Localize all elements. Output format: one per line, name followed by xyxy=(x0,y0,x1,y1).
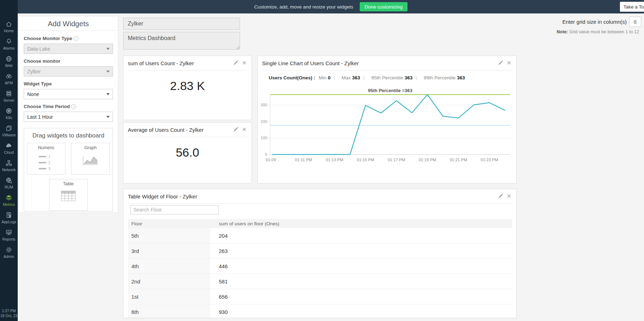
svg-text:01:17 PM: 01:17 PM xyxy=(388,158,405,162)
dashboard-description-input[interactable]: Metrics Dashboard xyxy=(123,32,240,50)
sidebar-item-cloud[interactable]: Cloud xyxy=(0,139,18,157)
sidebar-item-metrics[interactable]: Metrics xyxy=(0,191,18,209)
apm-icon xyxy=(5,73,12,80)
widget-type-label: Widget Type xyxy=(24,81,113,86)
close-icon[interactable]: × xyxy=(242,126,246,132)
table-row: 2nd581 xyxy=(128,274,512,289)
sidebar-item-applogs[interactable]: AppLogs xyxy=(0,209,18,226)
stat-label: Max xyxy=(342,75,351,80)
sidebar-item-server[interactable]: Server xyxy=(0,87,18,105)
average-widget: Average of Users Count - Zylker × 56.0 xyxy=(123,122,252,184)
sidebar-item-home[interactable]: Home xyxy=(0,18,18,35)
grid-size-control: Enter grid size in column(s) xyxy=(562,17,641,27)
sidebar-item-admin[interactable]: Admin xyxy=(0,243,18,261)
admin-icon xyxy=(5,246,12,253)
svg-text:01:19 PM: 01:19 PM xyxy=(419,158,436,162)
sidebar-item-label: Home xyxy=(0,29,18,33)
monitor-type-select[interactable]: Data-Lake xyxy=(24,44,113,54)
table-row: 5th204 xyxy=(128,228,512,243)
sidebar-item-reports[interactable]: Reports xyxy=(0,226,18,243)
close-icon[interactable]: × xyxy=(507,193,511,199)
grid-size-input[interactable] xyxy=(629,17,641,27)
svg-text:01:15 PM: 01:15 PM xyxy=(357,158,374,162)
server-icon xyxy=(5,90,12,97)
stat-label: Min xyxy=(319,75,326,80)
line-chart: 010020030095th Percentile =36301:09 ..01… xyxy=(258,86,517,184)
sidebar-item-label: AppLogs xyxy=(0,220,18,224)
cell-floor: 5th xyxy=(128,228,210,243)
k8s-icon xyxy=(5,107,12,114)
column-header-floor[interactable]: Floor xyxy=(128,221,210,226)
edit-icon[interactable] xyxy=(498,60,503,66)
sidebar-item-label: Metrics xyxy=(0,202,18,207)
monitor-select[interactable]: Zylker xyxy=(24,66,113,77)
table-row: 3rd263 xyxy=(128,243,512,259)
monitor-value: Zylker xyxy=(27,69,41,74)
close-icon[interactable]: × xyxy=(242,60,246,66)
stat-value: 363 xyxy=(457,75,465,80)
network-icon xyxy=(5,159,12,167)
take-a-tour-button[interactable]: Take a Tour xyxy=(620,2,644,12)
cell-sum: 930 xyxy=(210,304,228,318)
sidebar-item-web[interactable]: Web xyxy=(0,52,18,70)
edit-icon[interactable] xyxy=(233,126,239,132)
monitor-type-value: Data-Lake xyxy=(27,46,50,52)
svg-text:200: 200 xyxy=(261,119,267,124)
grid-size-label: Enter grid size in column(s) xyxy=(562,19,627,25)
sidebar-item-alarms[interactable]: Alarms xyxy=(0,35,18,52)
sidebar-item-network[interactable]: Network xyxy=(0,157,18,174)
vmware-icon xyxy=(5,125,12,132)
sidebar-item-k8s[interactable]: K8s xyxy=(0,105,18,122)
time-period-label: Choose Time Periodi xyxy=(24,104,113,109)
numeric-widget-card[interactable]: Numeric 1 2 3 xyxy=(27,143,65,175)
time-period-select[interactable]: Last 1 Hour xyxy=(24,112,113,122)
table-widget-card[interactable]: Table xyxy=(49,179,88,211)
average-widget-title: Average of Users Count - Zylker xyxy=(128,127,204,133)
column-header-sum[interactable]: sum of users on floor (Ones) xyxy=(210,221,279,226)
sidebar-item-apm[interactable]: APM xyxy=(0,70,18,87)
widget-type-value: None xyxy=(27,91,39,97)
reports-icon xyxy=(5,229,12,236)
dashboard-name-input[interactable] xyxy=(123,18,240,30)
stat-separator: | xyxy=(334,75,335,80)
svg-text:0: 0 xyxy=(265,152,267,157)
caret-down-icon xyxy=(106,48,110,50)
sidebar-item-rum[interactable]: RUM xyxy=(0,174,18,191)
cell-sum: 656 xyxy=(210,289,228,304)
table-row: 4th446 xyxy=(128,259,512,274)
widget-type-select[interactable]: None xyxy=(24,89,113,99)
series-label: Users Count(Ones) : xyxy=(269,75,315,80)
chart-stats: Users Count(Ones) :Min0|Max363|95th Perc… xyxy=(269,75,512,80)
monitor-type-label: Choose Monitor Typei xyxy=(24,36,113,41)
card-label-table: Table xyxy=(50,181,87,186)
clock: 1:27 PM 18 Oct, 23 xyxy=(0,308,18,318)
done-customizing-button[interactable]: Done customizing xyxy=(360,2,408,11)
sidebar-item-label: Web xyxy=(0,63,18,68)
cell-floor: 4th xyxy=(128,259,210,274)
edit-icon[interactable] xyxy=(233,60,239,66)
stat-label: 95th Percentile xyxy=(371,75,403,80)
web-icon xyxy=(5,55,12,62)
drag-box-title: Drag widgets to dashboard xyxy=(24,132,113,139)
sidebar: HomeAlarmsWebAPMServerK8sVMwareCloudNetw… xyxy=(0,0,18,321)
info-icon[interactable]: i xyxy=(74,36,79,41)
alarms-icon xyxy=(5,38,12,45)
stat-separator: | xyxy=(363,75,365,80)
sidebar-item-label: VMware xyxy=(0,133,18,137)
svg-text:01:23 PM: 01:23 PM xyxy=(481,158,498,162)
search-floor-input[interactable] xyxy=(130,205,219,214)
graph-widget-card[interactable]: Graph xyxy=(71,143,110,175)
svg-text:100: 100 xyxy=(261,136,267,140)
caret-down-icon xyxy=(106,71,110,73)
sidebar-item-label: Network xyxy=(0,168,18,172)
info-icon[interactable]: i xyxy=(71,104,76,109)
stat-separator: | xyxy=(416,75,417,80)
table-row: 6th930 xyxy=(128,304,512,318)
stat-value: 363 xyxy=(352,75,360,80)
close-icon[interactable]: × xyxy=(507,60,511,66)
cell-sum: 204 xyxy=(210,228,228,243)
sidebar-item-label: Alarms xyxy=(0,46,18,50)
cell-floor: 2nd xyxy=(128,274,210,289)
edit-icon[interactable] xyxy=(498,193,503,199)
sidebar-item-vmware[interactable]: VMware xyxy=(0,122,18,139)
